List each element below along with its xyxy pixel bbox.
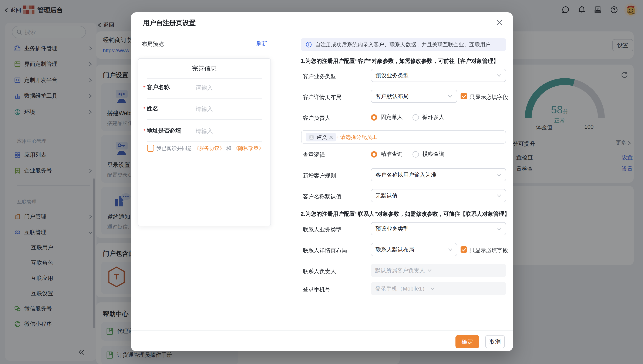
confirm-button[interactable]: 确定 bbox=[456, 335, 479, 348]
preview-input-address-required[interactable]: 请输入 bbox=[196, 128, 213, 135]
field-label-customer-type: 客户业务类型 bbox=[303, 73, 336, 80]
chevron-down-icon bbox=[497, 173, 501, 176]
customer-type-select[interactable]: 预设业务类型 bbox=[371, 69, 506, 82]
chevron-down-icon bbox=[448, 248, 453, 251]
required-fields-only-checkbox[interactable] bbox=[461, 93, 467, 100]
contact-owner-select-disabled: 默认所属客户负责人 bbox=[371, 264, 506, 277]
chevron-down-icon bbox=[448, 94, 453, 98]
dedup-radio-fuzzy[interactable]: 模糊查询 bbox=[412, 150, 445, 158]
new-customer-rule-select[interactable]: 客户名称以用户输入为准 bbox=[371, 168, 506, 181]
chevron-down-icon bbox=[497, 194, 501, 197]
step2-heading: 2.为您的注册用户配置“联系人”对象参数，如需修改参数，可前往【联系人对象管理】 bbox=[301, 210, 510, 218]
contact-required-fields-only-label: 只显示必填字段 bbox=[470, 247, 508, 254]
info-banner-text: 自注册成功后系统内录入客户、联系人数据，并且关联互联企业、互联用户 bbox=[315, 41, 491, 48]
contact-type-select[interactable]: 预设业务类型 bbox=[371, 222, 506, 235]
preview-field-customer-name: * 客户名称 bbox=[143, 82, 170, 92]
login-mobile-select-disabled: 登录手机（Mobile1） bbox=[371, 282, 506, 295]
customer-layout-select[interactable]: 客户默认布局 bbox=[371, 90, 457, 103]
chevron-down-icon bbox=[427, 269, 432, 272]
field-label-contact-layout: 联系人详情页布局 bbox=[303, 247, 347, 254]
close-icon[interactable] bbox=[496, 19, 503, 26]
chevron-down-icon bbox=[497, 74, 501, 77]
owner-radio-fixed[interactable]: 固定单人 bbox=[371, 114, 403, 121]
contact-layout-select[interactable]: 联系人默认布局 bbox=[371, 243, 457, 256]
agreement-row: 我已阅读并同意 《服务协议》 和 《隐私政策》 bbox=[147, 144, 264, 153]
preview-divider bbox=[147, 142, 262, 142]
preview-field-address-required: * 地址是否必填 bbox=[143, 126, 181, 136]
layout-preview-heading: 布局预览 bbox=[142, 40, 164, 48]
field-label-contact-owner: 联系人负责人 bbox=[303, 268, 336, 275]
field-label-login-mobile: 登录手机号 bbox=[303, 286, 330, 294]
modal-title: 用户自注册页设置 bbox=[143, 19, 196, 28]
chevron-down-icon bbox=[497, 227, 501, 230]
step1-heading: 1.为您的注册用户配置“客户”对象参数，如需修改参数，可前往【客户对象管理】 bbox=[301, 57, 499, 65]
dedup-radio-exact[interactable]: 精准查询 bbox=[371, 150, 403, 158]
preview-divider bbox=[147, 119, 262, 120]
required-asterisk: * bbox=[143, 106, 145, 112]
self-registration-settings-modal: 用户自注册页设置 布局预览 刷新 完善信息 * 客户名称 请输入 * 姓名 请输… bbox=[131, 12, 513, 351]
field-label-dedup: 查重逻辑 bbox=[303, 151, 325, 159]
tag-close-icon[interactable] bbox=[329, 135, 333, 139]
owner-radio-rotate[interactable]: 循环多人 bbox=[412, 114, 445, 121]
required-asterisk: * bbox=[143, 128, 145, 134]
preview-divider bbox=[147, 98, 262, 98]
required-asterisk: * bbox=[143, 84, 145, 91]
add-assignee-link[interactable]: + 请选择分配员工 bbox=[336, 134, 377, 141]
assignee-input[interactable]: 卢义 + 请选择分配员工 bbox=[301, 130, 506, 144]
cancel-button[interactable]: 取消 bbox=[485, 335, 505, 348]
modal-header-divider bbox=[131, 33, 513, 33]
required-fields-only-label: 只显示必填字段 bbox=[470, 94, 508, 101]
field-label-contact-type: 联系人业务类型 bbox=[303, 226, 341, 234]
customer-name-default-select[interactable]: 无默认值 bbox=[371, 189, 506, 202]
preview-input-customer-name[interactable]: 请输入 bbox=[196, 84, 213, 92]
field-label-new-rule: 新增客户规则 bbox=[303, 172, 336, 180]
person-avatar-icon bbox=[309, 134, 314, 140]
info-banner: 自注册成功后系统内录入客户、联系人数据，并且关联互联企业、互联用户 bbox=[301, 38, 506, 51]
preview-input-name[interactable]: 请输入 bbox=[196, 105, 213, 113]
contact-required-fields-only-checkbox[interactable] bbox=[461, 246, 467, 253]
field-label-customer-owner: 客户负责人 bbox=[303, 114, 330, 122]
radio-selected-icon bbox=[371, 151, 377, 157]
field-label-default-name: 客户名称默认值 bbox=[303, 193, 341, 200]
radio-icon bbox=[412, 114, 419, 120]
admin-console-page: 返回 管理后台 bbox=[0, 0, 643, 364]
chevron-down-icon bbox=[430, 287, 435, 290]
preview-card-title: 完善信息 bbox=[138, 64, 271, 73]
service-agreement-link[interactable]: 《服务协议》 bbox=[194, 144, 225, 152]
registration-preview-card: 完善信息 * 客户名称 请输入 * 姓名 请输入 * 地址是否必填 请输入 bbox=[138, 58, 271, 226]
preview-divider bbox=[147, 78, 262, 78]
refresh-link[interactable]: 刷新 bbox=[257, 40, 267, 48]
radio-selected-icon bbox=[371, 114, 377, 120]
info-icon bbox=[306, 42, 312, 48]
assignee-tag[interactable]: 卢义 bbox=[306, 133, 336, 142]
field-label-customer-layout: 客户详情页布局 bbox=[303, 94, 341, 101]
radio-icon bbox=[412, 151, 419, 157]
privacy-policy-link[interactable]: 《隐私政策》 bbox=[233, 144, 264, 152]
modal-footer-divider bbox=[131, 330, 513, 331]
agreement-checkbox[interactable] bbox=[147, 145, 154, 152]
preview-field-name: * 姓名 bbox=[143, 104, 158, 114]
